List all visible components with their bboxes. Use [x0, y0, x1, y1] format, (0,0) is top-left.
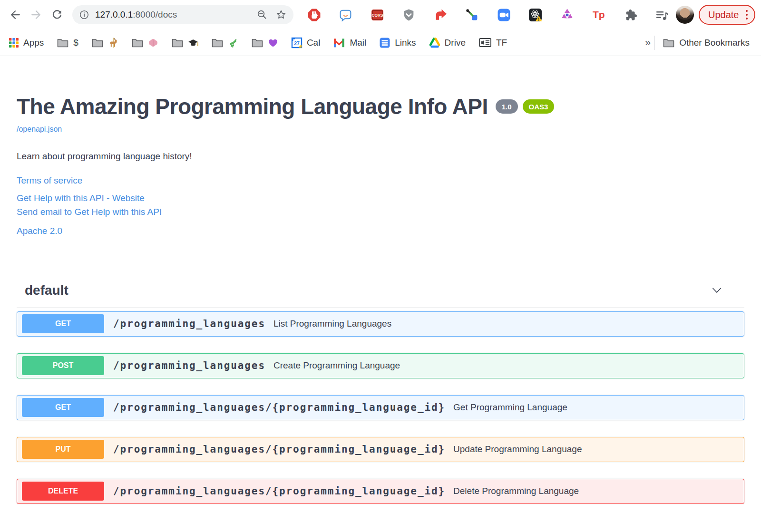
folder-icon — [251, 38, 263, 48]
svg-text:27: 27 — [294, 40, 300, 46]
bookmark-links[interactable]: Links — [379, 37, 416, 48]
speech-bubble-icon — [339, 8, 352, 22]
google-drive-icon — [429, 38, 440, 48]
bookmark-mail[interactable]: Mail — [333, 38, 366, 48]
profile-avatar[interactable] — [676, 6, 694, 24]
color-picker-extension[interactable] — [465, 8, 479, 22]
bookmark-apps-label: Apps — [23, 38, 44, 48]
bookmark-folder-brain[interactable] — [131, 38, 158, 48]
folder-icon — [171, 38, 184, 48]
bookmark-drive[interactable]: Drive — [429, 38, 466, 48]
links-list-icon — [379, 37, 390, 48]
terms-of-service-link[interactable]: Terms of service — [17, 175, 82, 185]
media-queue-extension[interactable] — [655, 8, 669, 22]
eyedropper-icon — [465, 8, 479, 22]
section-header[interactable]: default — [17, 275, 744, 308]
purple-heart-icon — [268, 38, 278, 48]
version-badge: 1.0 — [496, 99, 518, 114]
chrome-update-button[interactable]: Update — [699, 5, 755, 25]
red-arrow-icon — [434, 8, 448, 22]
bookmark-folder-dollar[interactable]: $ — [57, 38, 78, 48]
bookmarks-overflow-button[interactable]: » — [645, 37, 651, 49]
folder-icon — [131, 38, 144, 48]
address-bar[interactable]: 127.0.0.1:8000/docs — [72, 5, 293, 24]
svg-text:CORS: CORS — [371, 13, 383, 18]
endpoint-path: /programming_languages/{programming_lang… — [113, 402, 445, 413]
url-text[interactable]: 127.0.0.1:8000/docs — [95, 10, 249, 20]
bookmark-tf-label: TF — [496, 38, 507, 48]
bookmark-folder-carousel-horse[interactable] — [91, 38, 118, 48]
bookmark-tf[interactable]: TF — [478, 37, 507, 48]
email-help-link[interactable]: Send email to Get Help with this API — [17, 207, 162, 217]
pocket-extension[interactable] — [402, 8, 416, 22]
folder-icon — [211, 38, 224, 48]
method-badge: POST — [22, 356, 104, 375]
method-badge: DELETE — [22, 482, 104, 501]
tp-extension[interactable]: Tp — [592, 8, 606, 22]
zoom-level-button[interactable] — [256, 9, 268, 20]
back-button[interactable] — [5, 4, 26, 25]
site-info-icon[interactable] — [79, 10, 89, 20]
video-camera-icon — [497, 8, 511, 22]
bookmark-folder-herb[interactable] — [211, 38, 238, 48]
bookmark-star-button[interactable] — [275, 9, 287, 20]
chat-extension[interactable] — [339, 8, 353, 22]
method-badge: GET — [22, 314, 104, 333]
other-bookmarks-label: Other Bookmarks — [679, 38, 750, 48]
endpoint-summary: List Programming Languages — [273, 319, 391, 329]
bookmark-calendar-label: Cal — [307, 38, 321, 48]
endpoint-row[interactable]: GET /programming_languages/{programming_… — [17, 395, 744, 420]
other-bookmarks-button[interactable]: Other Bookmarks — [663, 38, 750, 48]
browser-toolbar: 127.0.0.1:8000/docs CORS — [0, 0, 761, 29]
bookmark-folder-purple-heart[interactable] — [251, 38, 278, 48]
reload-button[interactable] — [47, 4, 68, 25]
endpoint-path: /programming_languages — [113, 318, 265, 329]
bookmark-calendar[interactable]: 27 Cal — [291, 37, 321, 48]
bookmark-mail-label: Mail — [350, 38, 366, 48]
page-title: The Amazing Programming Language Info AP… — [17, 95, 488, 119]
star-icon — [275, 9, 287, 20]
endpoint-row[interactable]: PUT /programming_languages/{programming_… — [17, 437, 744, 462]
oas3-badge: OAS3 — [523, 99, 555, 114]
openapi-spec-link[interactable]: /openapi.json — [17, 125, 62, 134]
operations-list: GET /programming_languages List Programm… — [17, 308, 744, 504]
website-help-link[interactable]: Get Help with this API - Website — [17, 193, 145, 203]
browser-menu-icon[interactable] — [746, 10, 748, 20]
gmail-icon — [333, 38, 345, 48]
bookmarks-divider — [654, 36, 655, 50]
endpoint-path: /programming_languages/{programming_lang… — [113, 485, 445, 497]
chevron-down-icon[interactable] — [711, 284, 723, 297]
apps-grid-icon — [9, 38, 19, 48]
bookmark-apps[interactable]: Apps — [9, 38, 44, 48]
music-queue-icon — [655, 8, 669, 22]
endpoint-row[interactable]: GET /programming_languages List Programm… — [17, 311, 744, 337]
cors-icon: CORS — [371, 8, 384, 22]
adblock-hand-icon — [307, 8, 321, 22]
carousel-horse-icon — [108, 38, 118, 48]
method-badge: PUT — [22, 440, 104, 459]
section-title: default — [25, 283, 68, 298]
endpoint-path: /programming_languages — [113, 360, 265, 371]
react-devtools-extension[interactable] — [528, 8, 543, 22]
endpoint-summary: Delete Programming Language — [453, 486, 579, 496]
update-label: Update — [708, 10, 739, 20]
endpoint-row[interactable]: DELETE /programming_languages/{programmi… — [17, 479, 744, 504]
recycle-extension[interactable] — [560, 8, 574, 22]
url-path: :8000/docs — [133, 10, 177, 19]
react-atom-warning-icon — [528, 8, 542, 22]
forward-button[interactable] — [26, 4, 47, 25]
bookmark-folder-graduation-cap[interactable] — [171, 38, 198, 48]
extensions-menu-button[interactable] — [623, 8, 637, 22]
bookmark-drive-label: Drive — [445, 38, 466, 48]
adblock-extension[interactable] — [307, 8, 321, 22]
endpoint-summary: Get Programming Language — [453, 402, 567, 413]
redirect-extension[interactable] — [433, 8, 448, 22]
cors-extension[interactable]: CORS — [370, 8, 384, 22]
license-link[interactable]: Apache 2.0 — [17, 226, 62, 236]
forward-arrow-icon — [30, 9, 42, 21]
tp-logo: Tp — [593, 9, 605, 20]
bookmark-links-label: Links — [395, 38, 416, 48]
endpoint-row[interactable]: POST /programming_languages Create Progr… — [17, 353, 744, 378]
default-tag-section: default GET /programming_languages List … — [17, 275, 744, 504]
zoom-extension[interactable] — [497, 8, 511, 22]
